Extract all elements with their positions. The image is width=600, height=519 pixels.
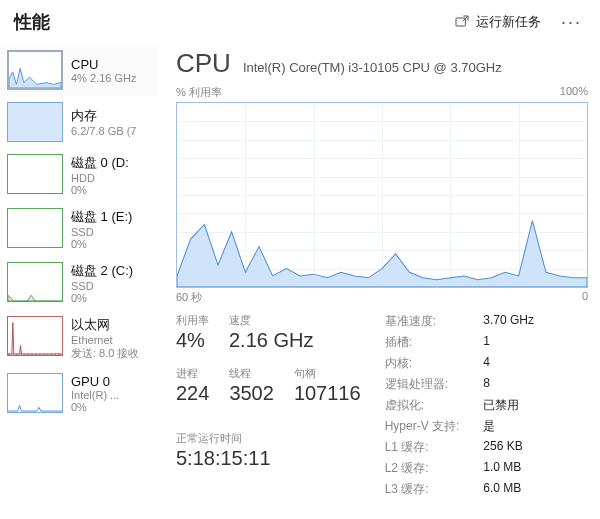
info-value: 1 <box>483 334 534 351</box>
sidebar-item-label: 以太网 <box>71 316 139 334</box>
util-value: 4% <box>176 329 209 352</box>
sidebar-item-disk2[interactable]: 磁盘 2 (C:) SSD 0% <box>0 256 158 310</box>
header: 性能 运行新任务 ··· <box>0 0 600 44</box>
cpu-chart[interactable] <box>176 102 588 288</box>
sidebar: CPU 4% 2.16 GHz 内存 6.2/7.8 GB (7 磁盘 0 (D… <box>0 44 158 519</box>
info-key: 基准速度: <box>385 313 460 330</box>
more-button[interactable]: ··· <box>547 12 586 33</box>
speed-label: 速度 <box>229 313 313 328</box>
sidebar-item-sub: SSD <box>71 280 133 292</box>
sidebar-item-label: 内存 <box>71 107 136 125</box>
sidebar-item-sub: HDD <box>71 172 129 184</box>
y-axis-label: % 利用率 <box>176 85 222 100</box>
disk-thumb <box>7 262 63 302</box>
sidebar-item-disk1[interactable]: 磁盘 1 (E:) SSD 0% <box>0 202 158 256</box>
sidebar-item-label: 磁盘 0 (D: <box>71 154 129 172</box>
cpu-model: Intel(R) Core(TM) i3-10105 CPU @ 3.70GHz <box>243 60 502 75</box>
info-key: L2 缓存: <box>385 460 460 477</box>
run-task-icon <box>454 14 470 30</box>
info-value: 3.70 GHz <box>483 313 534 330</box>
speed-value: 2.16 GHz <box>229 329 313 352</box>
sidebar-item-sub: 6.2/7.8 GB (7 <box>71 125 136 137</box>
handle-value: 107116 <box>294 382 361 405</box>
thr-value: 3502 <box>229 382 274 405</box>
gpu-thumb <box>7 373 63 413</box>
util-label: 利用率 <box>176 313 209 328</box>
info-value: 1.0 MB <box>483 460 534 477</box>
info-value: 8 <box>483 376 534 393</box>
sidebar-item-sub2: 0% <box>71 184 129 196</box>
y-axis-max: 100% <box>560 85 588 100</box>
uptime-value: 5:18:15:11 <box>176 447 361 470</box>
info-key: 虚拟化: <box>385 397 460 414</box>
info-key: L1 缓存: <box>385 439 460 456</box>
sidebar-item-sub: Ethernet <box>71 334 139 346</box>
disk-thumb <box>7 208 63 248</box>
sidebar-item-sub: 4% 2.16 GHz <box>71 72 136 84</box>
cpu-thumb <box>7 50 63 90</box>
detail-pane: CPU Intel(R) Core(TM) i3-10105 CPU @ 3.7… <box>158 44 600 519</box>
sidebar-item-memory[interactable]: 内存 6.2/7.8 GB (7 <box>0 96 158 148</box>
info-key: 插槽: <box>385 334 460 351</box>
run-new-task-button[interactable]: 运行新任务 <box>448 9 547 35</box>
memory-thumb <box>7 102 63 142</box>
uptime-label: 正常运行时间 <box>176 431 361 446</box>
x-axis-left: 60 秒 <box>176 290 202 305</box>
run-new-task-label: 运行新任务 <box>476 13 541 31</box>
sidebar-item-cpu[interactable]: CPU 4% 2.16 GHz <box>0 44 158 96</box>
sidebar-item-sub2: 0% <box>71 292 133 304</box>
info-value: 是 <box>483 418 534 435</box>
sidebar-item-label: GPU 0 <box>71 374 119 389</box>
proc-value: 224 <box>176 382 209 405</box>
proc-label: 进程 <box>176 366 209 381</box>
info-key: L3 缓存: <box>385 481 460 498</box>
sidebar-item-sub: SSD <box>71 226 132 238</box>
sidebar-item-disk0[interactable]: 磁盘 0 (D: HDD 0% <box>0 148 158 202</box>
info-value: 4 <box>483 355 534 372</box>
sidebar-item-label: 磁盘 2 (C:) <box>71 262 133 280</box>
svg-rect-0 <box>456 18 465 26</box>
sidebar-item-label: CPU <box>71 57 136 72</box>
sidebar-item-sub2: 0% <box>71 401 119 413</box>
x-axis-right: 0 <box>582 290 588 305</box>
net-thumb <box>7 316 63 356</box>
info-key: 逻辑处理器: <box>385 376 460 393</box>
cpu-info-table: 基准速度:3.70 GHz插槽:1内核:4逻辑处理器:8虚拟化:已禁用Hyper… <box>385 313 534 498</box>
disk-thumb <box>7 154 63 194</box>
sidebar-item-gpu0[interactable]: GPU 0 Intel(R) ... 0% <box>0 367 158 419</box>
info-value: 256 KB <box>483 439 534 456</box>
detail-title: CPU <box>176 48 231 79</box>
page-title: 性能 <box>14 10 50 34</box>
info-key: Hyper-V 支持: <box>385 418 460 435</box>
sidebar-item-sub2: 发送: 8.0 接收 <box>71 346 139 361</box>
sidebar-item-sub2: 0% <box>71 238 132 250</box>
info-key: 内核: <box>385 355 460 372</box>
sidebar-item-label: 磁盘 1 (E:) <box>71 208 132 226</box>
info-value: 已禁用 <box>483 397 534 414</box>
info-value: 6.0 MB <box>483 481 534 498</box>
thr-label: 线程 <box>229 366 274 381</box>
handle-label: 句柄 <box>294 366 361 381</box>
sidebar-item-sub: Intel(R) ... <box>71 389 119 401</box>
sidebar-item-ethernet[interactable]: 以太网 Ethernet 发送: 8.0 接收 <box>0 310 158 367</box>
